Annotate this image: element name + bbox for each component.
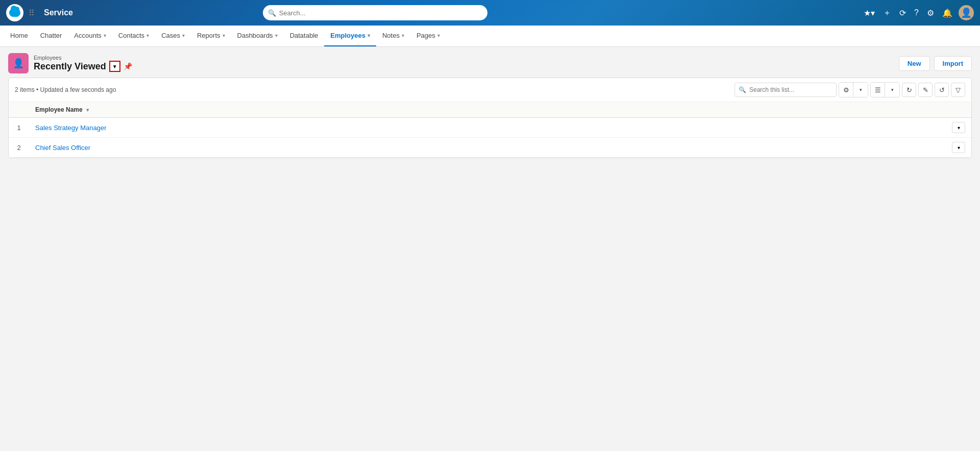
search-icon: 🔍 <box>268 9 276 17</box>
row-num-1: 1 <box>9 118 29 138</box>
list-controls: 2 items • Updated a few seconds ago 🔍 ⚙ … <box>9 78 971 102</box>
row-action-button-1[interactable]: ▾ <box>952 122 965 133</box>
list-settings-button[interactable]: ⚙ <box>839 83 853 97</box>
setup-switcher-button[interactable]: ⟳ <box>897 6 908 20</box>
edit-columns-button[interactable]: ✎ <box>918 83 933 97</box>
grid-icon[interactable]: ⠿ <box>29 8 35 18</box>
nav-item-reports[interactable]: Reports ▾ <box>191 26 231 46</box>
list-header-actions: New Import <box>899 56 972 71</box>
setup-button[interactable]: ⚙ <box>925 6 936 20</box>
sort-icon: ▾ <box>86 107 89 113</box>
nav-item-dashboards[interactable]: Dashboards ▾ <box>231 26 284 46</box>
table-row: 1 Sales Strategy Manager ▾ <box>9 118 971 138</box>
view-chevron[interactable]: ▾ <box>885 83 899 97</box>
col-actions <box>946 102 971 118</box>
list-table-area: 2 items • Updated a few seconds ago 🔍 ⚙ … <box>8 78 972 158</box>
nav-item-home[interactable]: Home <box>4 26 34 46</box>
app-name: Service <box>44 8 73 17</box>
top-nav: ⠿ Service 🔍 ★▾ ＋ ⟳ ? ⚙ 🔔 👤 <box>0 0 980 26</box>
nav-item-accounts[interactable]: Accounts ▾ <box>68 26 112 46</box>
search-input[interactable] <box>263 5 487 20</box>
row-action-1: ▾ <box>946 118 971 138</box>
row-name-2: Chief Sales Officer <box>29 138 946 158</box>
table-view-button[interactable]: ☰ <box>871 83 885 97</box>
nav-item-contacts[interactable]: Contacts ▾ <box>112 26 155 46</box>
row-action-button-2[interactable]: ▾ <box>952 142 965 153</box>
row-num-2: 2 <box>9 138 29 158</box>
list-header: 👤 Employees Recently Viewed ▼ 📌 New Impo… <box>0 47 980 78</box>
import-button[interactable]: Import <box>934 56 972 71</box>
list-title-section: 👤 Employees Recently Viewed ▼ 📌 <box>8 53 132 73</box>
favorites-button[interactable]: ★▾ <box>862 6 877 20</box>
list-search-wrap: 🔍 <box>734 83 837 97</box>
pin-button[interactable]: 📌 <box>124 62 132 70</box>
help-button[interactable]: ? <box>912 6 921 19</box>
new-button[interactable]: New <box>899 56 930 71</box>
refresh-button[interactable]: ↻ <box>902 83 916 97</box>
nav-item-employees[interactable]: Employees ▾ <box>324 26 376 46</box>
nav-item-cases[interactable]: Cases ▾ <box>155 26 191 46</box>
notifications-button[interactable]: 🔔 <box>940 6 954 20</box>
view-toggle-group: ☰ ▾ <box>870 82 900 97</box>
list-title-text: Employees Recently Viewed ▼ 📌 <box>34 55 132 72</box>
nav-item-pages[interactable]: Pages ▾ <box>410 26 446 46</box>
secondary-nav: Home Chatter Accounts ▾ Contacts ▾ Cases… <box>0 26 980 47</box>
nav-item-datatable[interactable]: Datatable <box>284 26 325 46</box>
list-settings-chevron[interactable]: ▾ <box>853 83 868 97</box>
list-search-icon: 🔍 <box>739 86 746 93</box>
nav-item-notes[interactable]: Notes ▾ <box>376 26 410 46</box>
employee-link-2[interactable]: Chief Sales Officer <box>35 144 90 152</box>
row-action-2: ▾ <box>946 138 971 158</box>
undo-button[interactable]: ↺ <box>935 83 949 97</box>
col-num <box>9 102 29 118</box>
list-view-dropdown-button[interactable]: ▼ <box>109 61 120 72</box>
top-nav-actions: ★▾ ＋ ⟳ ? ⚙ 🔔 👤 <box>862 5 974 20</box>
employees-table: Employee Name ▾ 1 Sales Strategy Manager… <box>9 102 971 158</box>
settings-button-group: ⚙ ▾ <box>839 82 868 97</box>
salesforce-logo[interactable] <box>6 4 23 21</box>
list-search-input[interactable] <box>734 83 837 97</box>
breadcrumb: Employees <box>34 55 132 61</box>
employee-link-1[interactable]: Sales Strategy Manager <box>35 124 106 132</box>
row-name-1: Sales Strategy Manager <box>29 118 946 138</box>
table-row: 2 Chief Sales Officer ▾ <box>9 138 971 158</box>
object-icon: 👤 <box>8 53 29 73</box>
main-content: 👤 Employees Recently Viewed ▼ 📌 New Impo… <box>0 47 980 451</box>
list-status: 2 items • Updated a few seconds ago <box>15 86 116 93</box>
filter-button[interactable]: ▽ <box>951 83 965 97</box>
global-search: 🔍 <box>263 5 487 20</box>
add-button[interactable]: ＋ <box>881 6 893 20</box>
avatar[interactable]: 👤 <box>959 5 974 20</box>
list-tools: 🔍 ⚙ ▾ ☰ ▾ ↻ ✎ ↺ ▽ <box>734 82 965 97</box>
nav-item-chatter[interactable]: Chatter <box>34 26 68 46</box>
table-header-row: Employee Name ▾ <box>9 102 971 118</box>
page-title: Recently Viewed <box>34 61 106 72</box>
col-employee-name[interactable]: Employee Name ▾ <box>29 102 946 118</box>
